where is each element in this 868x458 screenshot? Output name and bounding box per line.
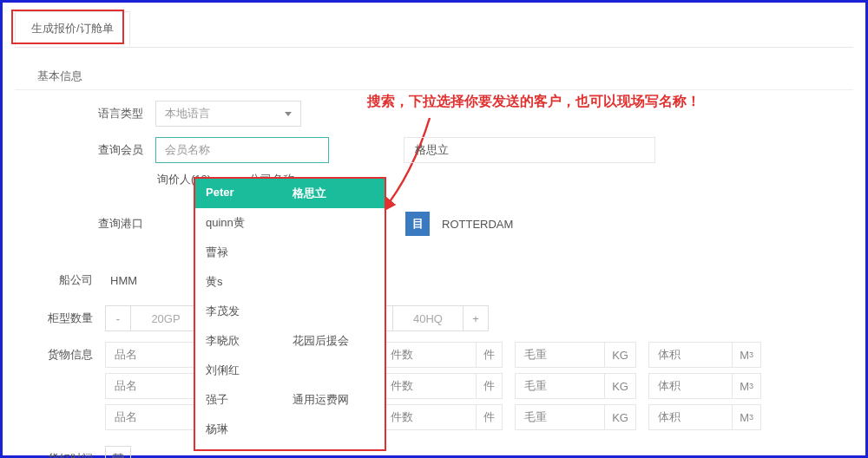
dropdown-item-company: 通用运费网: [293, 392, 349, 408]
goods-field[interactable]: 件数件: [381, 342, 503, 368]
goods-field[interactable]: 毛重KG: [515, 373, 636, 399]
goods-field-label: 品名: [106, 409, 146, 425]
divider: [15, 89, 853, 90]
goods-row: 品名GP件数件毛重KG体积M3: [34, 373, 853, 399]
goods-row: 品名HQ件数件毛重KG体积M3: [34, 404, 853, 430]
dropdown-item-name: 李晓欣: [206, 333, 293, 349]
goods-field[interactable]: 体积M3: [648, 373, 761, 399]
goods-field-unit: KG: [604, 405, 635, 429]
calendar-icon: [112, 453, 124, 458]
goods-field-unit: M3: [732, 343, 760, 367]
member-display-field[interactable]: 格思立: [404, 137, 655, 163]
stepper-1: - 20GP: [105, 305, 201, 331]
goods-field-unit: 件: [476, 343, 502, 367]
goods-field-unit: 件: [476, 374, 502, 398]
goods-field[interactable]: 毛重KG: [515, 404, 636, 430]
dropdown-item[interactable]: 强子通用运费网: [195, 385, 385, 415]
port-value: ROTTERDAM: [442, 218, 513, 231]
dropdown-item[interactable]: 曹禄: [195, 238, 385, 267]
chevron-down-icon: [285, 112, 292, 116]
goods-field-label: 件数: [382, 378, 422, 394]
dropdown-item[interactable]: 杨琳: [195, 415, 385, 444]
member-dropdown: Peter格思立quinn黄曹禄黄s李茂发李晓欣花园后援会刘俐红强子通用运费网杨…: [194, 177, 386, 451]
section-title: 基本信息: [37, 69, 853, 84]
goods-row: 货物信息品名GP件数件毛重KG体积M3: [34, 342, 853, 368]
select-language[interactable]: 本地语言: [155, 101, 301, 127]
goods-field-label: 体积: [649, 378, 689, 394]
goods-field-unit: 件: [476, 405, 502, 429]
goods-field[interactable]: 件数件: [381, 373, 503, 399]
row-member: 查询会员 会员名称 格思立: [84, 137, 853, 163]
goods-field-label: 件数: [382, 409, 422, 425]
dropdown-item[interactable]: Peter格思立: [195, 179, 385, 208]
goods-field[interactable]: 体积M3: [648, 342, 761, 368]
member-search-input[interactable]: 会员名称: [155, 137, 329, 163]
dropdown-item[interactable]: 李晓欣花园后援会: [195, 326, 385, 356]
dropdown-item-name: 杨琳: [206, 422, 293, 437]
dropdown-item[interactable]: quinn黄: [195, 208, 385, 238]
dropdown-item-name: Peter: [206, 186, 293, 201]
dropdown-item-name: 刘俐红: [206, 363, 293, 378]
goods-field-unit: KG: [604, 343, 635, 367]
goods-field-label: 体积: [649, 347, 689, 363]
label-language: 语言类型: [84, 106, 143, 121]
goods-field-label: 体积: [649, 409, 689, 425]
dropdown-item-name: 曹禄: [206, 245, 293, 260]
app-frame: 生成报价/订舱单 基本信息 搜索，下拉选择你要发送的客户，也可以现场写名称！ 语…: [0, 0, 868, 458]
goods-field-label: 品名: [106, 378, 146, 394]
label-goods: 货物信息: [34, 347, 93, 363]
select-language-value: 本地语言: [165, 106, 210, 121]
row-qty: 柜型数量 - 20GP + - 40HQ +: [34, 305, 853, 331]
form-area: 语言类型 本地语言 查询会员 会员名称 格思立 询价人(10) 公司名称 Pet…: [84, 101, 853, 458]
stepper-3-plus[interactable]: +: [463, 305, 489, 331]
dropdown-item-company: 花园后援会: [293, 333, 349, 349]
goods-field-label: 毛重: [516, 347, 556, 363]
stepper-1-value[interactable]: 20GP: [131, 305, 201, 331]
goods-field-unit: KG: [604, 374, 635, 398]
tab-strip: 生成报价/订舱单: [15, 11, 853, 48]
stepper-1-minus[interactable]: -: [105, 305, 131, 331]
dropdown-item-name: 李茂发: [206, 304, 293, 319]
goods-field[interactable]: 件数件: [381, 404, 503, 430]
dropdown-item-name: 强子: [206, 392, 293, 408]
goods-field-label: 毛重: [516, 378, 556, 394]
row-ready-time: 货好时间: [34, 446, 853, 458]
dropdown-item[interactable]: 黄s: [195, 267, 385, 297]
calendar-button[interactable]: [105, 446, 131, 458]
goods-field-unit: M3: [732, 405, 760, 429]
label-qty: 柜型数量: [34, 311, 93, 326]
goods-field-label: 毛重: [516, 409, 556, 425]
dropdown-item[interactable]: 李茂发: [195, 297, 385, 326]
ship-value: HMM: [110, 274, 137, 287]
goods-field-label: 品名: [106, 347, 146, 363]
dropdown-item-company: 格思立: [293, 186, 326, 201]
goods-section: 货物信息品名GP件数件毛重KG体积M3品名GP件数件毛重KG体积M3品名HQ件数…: [34, 342, 853, 430]
label-ready-time: 货好时间: [34, 451, 93, 458]
goods-field[interactable]: 体积M3: [648, 404, 761, 430]
row-language: 语言类型 本地语言: [84, 101, 853, 127]
label-member: 查询会员: [84, 142, 143, 158]
stepper-3-value[interactable]: 40HQ: [393, 305, 463, 331]
member-search-placeholder: 会员名称: [165, 142, 210, 158]
label-ship: 船公司: [34, 272, 93, 288]
dropdown-item-name: 黄s: [206, 274, 293, 290]
port-badge-icon: 目: [405, 212, 430, 236]
dropdown-item-name: quinn黄: [206, 215, 293, 231]
dropdown-item[interactable]: 刘俐红: [195, 356, 385, 385]
tab-generate-quote[interactable]: 生成报价/订舱单: [15, 11, 130, 46]
label-port: 查询港口: [84, 216, 143, 232]
goods-field-label: 件数: [382, 347, 422, 363]
member-display-value: 格思立: [415, 142, 449, 158]
goods-field[interactable]: 毛重KG: [515, 342, 636, 368]
goods-field-unit: M3: [732, 374, 760, 398]
